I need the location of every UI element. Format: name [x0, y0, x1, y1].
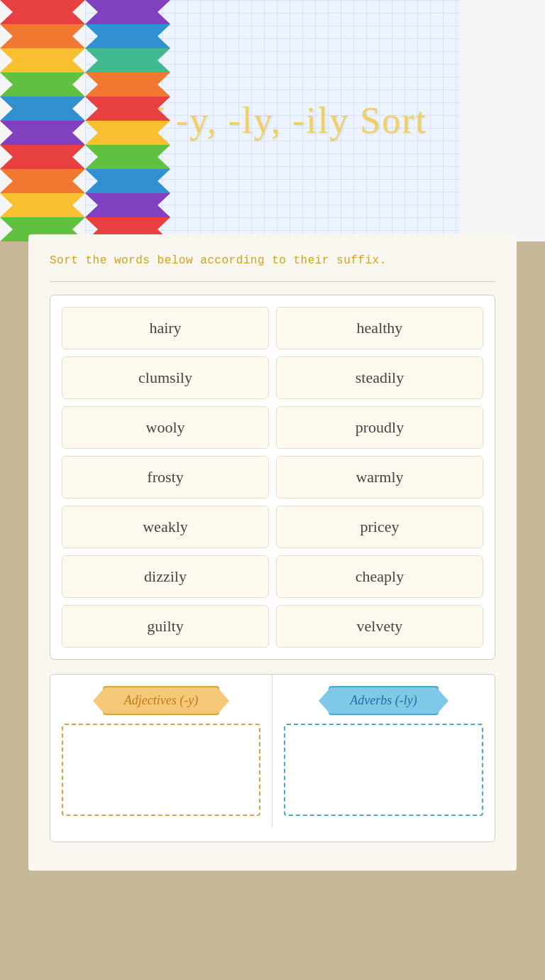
chevron-block	[85, 97, 170, 121]
divider	[50, 281, 495, 282]
sort-col-adverbs: Adverbs (-ly)	[272, 675, 495, 827]
word-card-clumsily[interactable]: clumsily	[62, 356, 269, 399]
word-card-pricey[interactable]: pricey	[276, 506, 483, 548]
chevron-block	[0, 145, 85, 169]
word-card-dizzily[interactable]: dizzily	[62, 555, 269, 598]
chevron-right	[85, 0, 170, 241]
main-card: Sort the words below according to their …	[28, 234, 517, 871]
word-card-hairy[interactable]: hairy	[62, 307, 269, 349]
chevron-block	[85, 121, 170, 145]
adverbs-drop-zone[interactable]	[284, 724, 483, 816]
chevron-left	[0, 0, 85, 241]
bottom-space	[0, 878, 545, 980]
word-card-cheaply[interactable]: cheaply	[276, 555, 483, 598]
word-card-velvety[interactable]: velvety	[276, 605, 483, 648]
adjectives-drop-zone[interactable]	[62, 724, 260, 816]
adverbs-header: Adverbs (-ly)	[329, 686, 438, 715]
adjectives-header: Adjectives (-y)	[103, 686, 219, 715]
word-card-guilty[interactable]: guilty	[62, 605, 269, 648]
chevron-block	[0, 24, 85, 48]
chevron-block	[0, 193, 85, 217]
chevron-block	[0, 169, 85, 193]
banner: 5V -y, -ly, -ily Sort	[0, 0, 545, 241]
word-card-weakly[interactable]: weakly	[62, 506, 269, 548]
chevron-block	[85, 24, 170, 48]
instruction-text: Sort the words below according to their …	[50, 254, 495, 267]
word-card-proudly[interactable]: proudly	[276, 406, 483, 449]
adverbs-header-wrapper: Adverbs (-ly)	[284, 686, 483, 715]
chevron-block	[0, 72, 85, 97]
chevron-block	[0, 48, 85, 72]
adjectives-header-wrapper: Adjectives (-y)	[62, 686, 260, 715]
chevron-block	[85, 0, 170, 24]
word-card-warmly[interactable]: warmly	[276, 456, 483, 499]
chevron-block	[85, 48, 170, 72]
word-card-wooly[interactable]: wooly	[62, 406, 269, 449]
chevron-block	[85, 169, 170, 193]
chevron-background: 5V -y, -ly, -ily Sort	[0, 0, 545, 241]
chevron-block	[85, 145, 170, 169]
sort-columns: Adjectives (-y) Adverbs (-ly)	[50, 675, 495, 827]
chevron-block	[85, 193, 170, 217]
chevron-block	[0, 0, 85, 24]
word-card-steadily[interactable]: steadily	[276, 356, 483, 399]
word-card-frosty[interactable]: frosty	[62, 456, 269, 499]
chevron-block	[85, 72, 170, 97]
chevron-block	[0, 121, 85, 145]
word-grid: hairy healthy clumsily steadily wooly pr…	[50, 295, 495, 660]
chevron-block	[0, 97, 85, 121]
sort-section: Adjectives (-y) Adverbs (-ly)	[50, 674, 495, 842]
word-card-healthy[interactable]: healthy	[276, 307, 483, 349]
sort-col-adjectives: Adjectives (-y)	[50, 675, 272, 827]
